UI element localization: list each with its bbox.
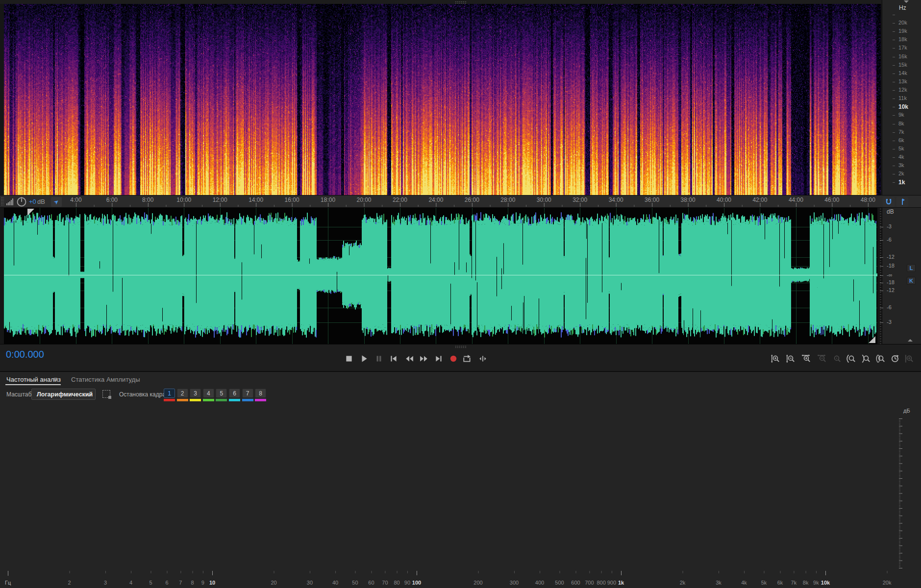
channel-button-l[interactable]: L	[907, 264, 916, 272]
amplitude-scale[interactable]: dB -3-6-12-18-∞-18-12-6-3 LK	[882, 208, 921, 344]
hold-button-6[interactable]: 6	[229, 389, 240, 398]
hz-tick	[893, 98, 895, 99]
stop-icon	[345, 354, 353, 363]
hold-color-swatch-4	[203, 399, 214, 401]
zoom-out-vertical-icon	[786, 354, 796, 363]
skip-selection-button[interactable]	[476, 352, 489, 365]
scale-collapse-arrow-icon[interactable]	[908, 339, 913, 342]
hz-label: 1k	[898, 179, 905, 186]
panel-menu-icon[interactable]: ≡	[53, 375, 57, 383]
timeline-ruler[interactable]: +0 dB ➤ 4:006:008:0010:0012:0014:0016:00…	[0, 195, 921, 208]
record-button[interactable]	[447, 352, 460, 365]
zoom-out-horizontal-icon	[817, 354, 827, 363]
hz-tick	[893, 23, 895, 24]
go-to-start-button[interactable]	[387, 352, 400, 365]
hold-button-5[interactable]: 5	[216, 389, 227, 398]
zoom-out-point-button[interactable]	[860, 353, 872, 365]
fade-handle-right[interactable]	[869, 336, 875, 343]
db-label: -18	[887, 279, 895, 285]
time-label: 4:00	[64, 196, 88, 203]
x-tick-label: 200	[469, 580, 488, 586]
hz-label: 12k	[898, 87, 907, 93]
time-label: 16:00	[280, 196, 304, 203]
go-to-end-button[interactable]	[432, 352, 445, 365]
spectrogram-display[interactable]	[4, 4, 881, 195]
snap-magnet-button[interactable]	[883, 197, 895, 207]
x-tick-label: 100	[407, 580, 426, 586]
time-label: 28:00	[496, 196, 520, 203]
hz-label: 5k	[898, 146, 904, 151]
collapse-arrow-icon[interactable]	[904, 0, 909, 3]
panel-grip[interactable]	[455, 1, 467, 3]
tab-frequency-analysis[interactable]: Частотный анализ	[6, 376, 61, 383]
zoom-reset-button[interactable]	[830, 353, 843, 365]
hold-button-7[interactable]: 7	[242, 389, 253, 398]
hz-tick	[893, 15, 895, 15]
tab-amplitude-statistics[interactable]: Статистика Амплитуды	[71, 376, 140, 383]
db-label: -6	[887, 237, 892, 243]
audition-window: Hz 20k19k18k17k16k15k14k13k12k11k10k9k8k…	[0, 0, 921, 588]
hold-button-2[interactable]: 2	[177, 389, 188, 398]
rewind-button[interactable]	[403, 352, 416, 365]
zoom-in-horizontal-button[interactable]	[800, 353, 813, 365]
marker-pin-icon	[898, 198, 906, 206]
hz-tick	[893, 124, 895, 124]
zoom-selection-icon	[876, 354, 886, 363]
zoom-in-vertical-button[interactable]	[769, 353, 782, 365]
x-tick-label: 20	[264, 580, 284, 586]
x-tick-label: 400	[530, 580, 549, 586]
zoom-full-button[interactable]	[903, 353, 916, 365]
chevron-down-icon	[86, 393, 91, 396]
hold-button-8[interactable]: 8	[255, 389, 266, 398]
panel-grip-2[interactable]	[455, 345, 467, 348]
fast-forward-button[interactable]	[418, 352, 430, 365]
hz-label: 20k	[898, 20, 907, 25]
time-label: 44:00	[784, 196, 808, 203]
x-tick-label: 30	[300, 580, 320, 586]
hold-button-4[interactable]: 4	[203, 389, 214, 398]
zoom-selection-button[interactable]	[874, 353, 887, 365]
x-tick-label: 2	[60, 580, 79, 586]
scale-select[interactable]: Логарифмический	[31, 389, 96, 400]
marker-pin-button[interactable]	[896, 197, 908, 207]
x-tick-label: 20k	[877, 580, 897, 586]
amplitude-ticks	[880, 208, 885, 344]
loop-playback-button[interactable]	[461, 352, 473, 365]
snapshot-icon[interactable]	[102, 390, 110, 398]
db-label: -3	[887, 319, 892, 325]
stop-button[interactable]	[343, 352, 355, 365]
waveform-display[interactable]	[4, 208, 877, 344]
hz-label: 10k	[898, 103, 908, 110]
time-display[interactable]: 0:00.000	[6, 351, 44, 358]
hold-button-3[interactable]: 3	[190, 389, 201, 398]
hz-tick	[893, 82, 895, 82]
x-tick-label: 4	[121, 580, 141, 586]
hz-tick	[893, 132, 895, 133]
hz-tick	[893, 74, 895, 74]
frequency-scale[interactable]: Hz 20k19k18k17k16k15k14k13k12k11k10k9k8k…	[882, 0, 921, 195]
pause-button[interactable]	[373, 352, 385, 365]
time-label: 18:00	[316, 196, 340, 203]
restore-zoom-button[interactable]	[889, 353, 902, 365]
go-to-start-icon	[389, 354, 398, 363]
hold-color-swatch-5	[216, 399, 227, 401]
hold-button-1[interactable]: 1	[164, 389, 175, 398]
analysis-panel: Частотный анализ ≡ Статистика Амплитуды …	[0, 371, 921, 588]
zoom-out-point-icon	[861, 354, 871, 363]
zoom-in-point-button[interactable]	[845, 353, 858, 365]
hz-label: 16k	[898, 53, 907, 59]
go-to-end-icon	[434, 354, 443, 363]
hz-tick	[893, 182, 895, 183]
zoom-out-vertical-button[interactable]	[784, 353, 797, 365]
hold-color-swatch-6	[229, 399, 240, 401]
zoom-out-horizontal-button[interactable]	[816, 353, 828, 365]
zoom-in-horizontal-icon	[801, 354, 811, 363]
scale-label: Масштаб:	[6, 392, 33, 398]
fade-handle-left[interactable]	[27, 209, 34, 216]
play-button[interactable]	[358, 352, 371, 365]
skip-selection-icon	[478, 354, 487, 363]
hold-color-swatch-1	[164, 399, 175, 401]
restore-zoom-icon	[891, 354, 900, 363]
x-tick-label: 3k	[709, 580, 728, 586]
channel-button-k[interactable]: K	[907, 277, 916, 285]
